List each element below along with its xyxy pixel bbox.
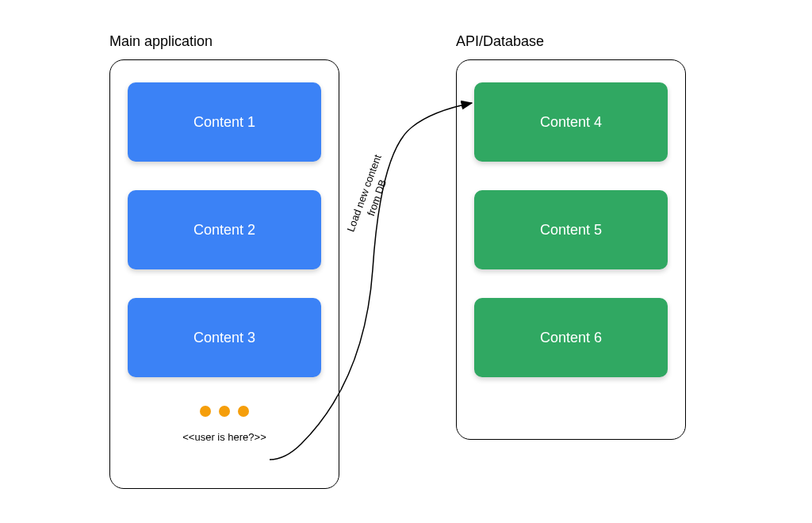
- content-block-1: Content 1: [128, 82, 321, 162]
- content-block-4: Content 4: [474, 82, 668, 162]
- user-position-annotation: <<user is here?>>: [128, 431, 321, 443]
- loader-dot-icon: [219, 406, 230, 417]
- connector-label: Load new content from DB: [339, 139, 403, 252]
- content-block-5: Content 5: [474, 190, 668, 269]
- main-application-label: Main application: [109, 33, 213, 50]
- main-application-panel: Content 1 Content 2 Content 3 <<user is …: [109, 59, 339, 489]
- content-block-6: Content 6: [474, 298, 668, 377]
- api-database-label: API/Database: [456, 33, 544, 50]
- content-block-2: Content 2: [128, 190, 321, 269]
- content-block-3: Content 3: [128, 298, 321, 377]
- api-database-panel: Content 4 Content 5 Content 6: [456, 59, 686, 440]
- loader-dot-icon: [238, 406, 249, 417]
- loader-dot-icon: [200, 406, 211, 417]
- loading-indicator: [128, 406, 321, 417]
